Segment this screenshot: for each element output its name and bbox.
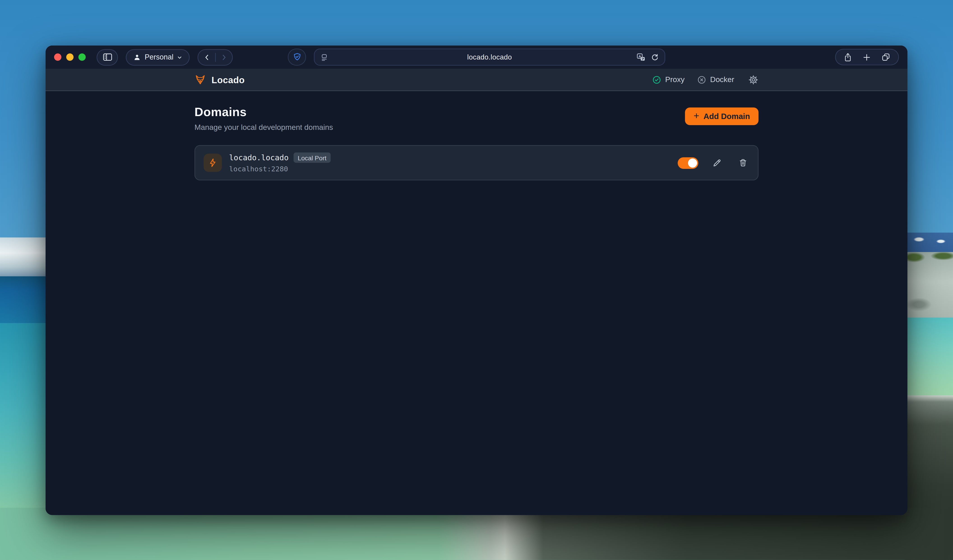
window-controls: [54, 53, 86, 60]
lightning-bolt-icon: [208, 158, 217, 167]
shield-check-icon: [292, 52, 301, 62]
share-icon[interactable]: [844, 52, 852, 62]
history-nav: [198, 49, 233, 65]
brand[interactable]: Locado: [194, 74, 245, 85]
zoom-window-button[interactable]: [79, 53, 86, 60]
sidebar-toggle-icon: [102, 53, 112, 61]
wallpaper-shallow-water: [905, 318, 953, 395]
status-proxy: Proxy: [652, 75, 685, 84]
sidebar-toggle-button[interactable]: [96, 49, 118, 65]
domain-enabled-toggle[interactable]: [678, 157, 698, 169]
safari-window: Personal: [46, 46, 907, 515]
page-head: Domains Manage your local development do…: [194, 105, 759, 132]
trash-icon: [738, 158, 747, 167]
status-bar: Proxy Docker: [652, 74, 759, 85]
page-subtitle: Manage your local development domains: [194, 123, 333, 132]
status-docker: Docker: [697, 75, 734, 84]
add-domain-label: Add Domain: [703, 112, 750, 121]
person-icon: [133, 53, 141, 61]
minimize-window-button[interactable]: [66, 53, 73, 60]
tab-overview-icon[interactable]: [881, 53, 890, 62]
x-circle-icon: [697, 75, 706, 84]
privacy-report-button[interactable]: [288, 49, 306, 66]
close-window-button[interactable]: [54, 53, 61, 60]
domain-row: locado.locado Local Port localhost:2280: [194, 145, 759, 180]
brand-name: Locado: [211, 74, 245, 85]
wallpaper-distant-mountains: [905, 233, 953, 252]
address-bar[interactable]: locado.locado A: [314, 49, 665, 66]
main-content: Domains Manage your local development do…: [46, 91, 907, 515]
profile-menu-button[interactable]: Personal: [126, 49, 190, 65]
fox-logo-icon: [194, 74, 206, 85]
domain-target: localhost:2280: [229, 165, 331, 173]
toolbar-right-group: [835, 49, 899, 65]
wallpaper-shore-and-boulder: [0, 508, 953, 560]
address-area: locado.locado A: [288, 49, 665, 66]
gear-icon: [748, 74, 759, 85]
toggle-knob: [688, 158, 697, 167]
domain-type-badge: Local Port: [293, 152, 331, 163]
domain-icon-tile: [203, 154, 222, 172]
delete-domain-button[interactable]: [736, 156, 749, 169]
app-header: Locado Proxy: [46, 68, 907, 91]
browser-toolbar: Personal: [46, 46, 907, 68]
domain-name: locado.locado: [229, 153, 289, 162]
plus-icon: +: [694, 111, 699, 121]
new-tab-plus-icon[interactable]: [863, 53, 871, 61]
translate-icon[interactable]: A: [636, 53, 646, 62]
settings-button[interactable]: [748, 74, 759, 85]
page-title: Domains: [194, 105, 333, 119]
edit-domain-button[interactable]: [711, 156, 724, 169]
svg-text:A: A: [638, 54, 641, 58]
add-domain-button[interactable]: + Add Domain: [685, 108, 759, 125]
chevron-right-icon: [220, 53, 227, 61]
chevron-left-icon: [203, 53, 210, 61]
profile-label: Personal: [144, 53, 174, 61]
wallpaper-granite-boulders: [905, 252, 953, 318]
check-circle-icon: [652, 75, 661, 84]
reload-icon[interactable]: [651, 53, 659, 62]
status-proxy-label: Proxy: [665, 75, 684, 84]
forward-button[interactable]: [216, 50, 232, 65]
pencil-icon: [712, 158, 722, 167]
status-docker-label: Docker: [710, 75, 734, 84]
url-text: locado.locado: [315, 53, 665, 60]
chevron-down-icon: [177, 54, 183, 60]
back-button[interactable]: [198, 50, 215, 65]
